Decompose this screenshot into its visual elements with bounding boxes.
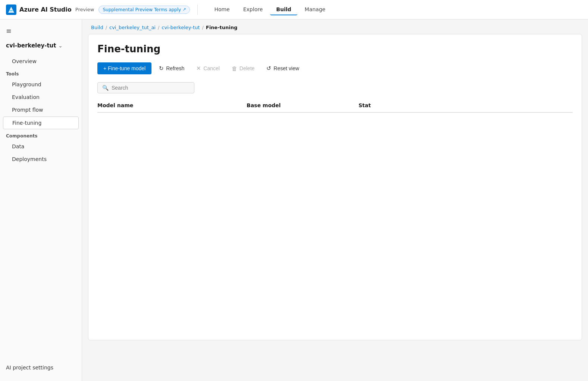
search-input[interactable] xyxy=(112,85,190,91)
sidebar-item-fine-tuning[interactable]: Fine-tuning xyxy=(3,117,79,129)
content-card: Fine-tuning + Fine-tune model ↻ Refresh … xyxy=(88,34,582,340)
breadcrumb-project[interactable]: cvi-berkeley-tut xyxy=(162,25,200,30)
breadcrumb: Build / cvi_berkeley_tut_ai / cvi-berkel… xyxy=(82,19,588,34)
cancel-icon: ✕ xyxy=(196,65,201,72)
refresh-button[interactable]: ↻ Refresh xyxy=(154,62,189,75)
reset-view-button[interactable]: ↺ Reset view xyxy=(262,62,303,75)
sidebar-item-prompt-flow[interactable]: Prompt flow xyxy=(3,104,79,116)
delete-button[interactable]: 🗑 Delete xyxy=(227,62,259,75)
sidebar-overview-label: Overview xyxy=(12,58,37,64)
fine-tune-model-button[interactable]: + Fine-tune model xyxy=(97,62,151,74)
brand-preview: Preview xyxy=(75,7,94,12)
sidebar-item-data[interactable]: Data xyxy=(3,140,79,152)
fine-tune-label: + Fine-tune model xyxy=(103,65,146,71)
brand-name: Azure AI Studio xyxy=(19,6,72,13)
sidebar-item-overview[interactable]: Overview xyxy=(3,55,79,67)
breadcrumb-workspace[interactable]: cvi_berkeley_tut_ai xyxy=(109,25,156,30)
sidebar-bottom: AI project settings xyxy=(0,356,82,377)
fine-tuning-label: Fine-tuning xyxy=(12,120,41,126)
nav-divider xyxy=(197,4,198,15)
svg-rect-2 xyxy=(10,10,13,11)
refresh-icon: ↻ xyxy=(159,65,164,72)
main-layout: ≡ cvi-berkeley-tut ⌄ Overview Tools Play… xyxy=(0,19,588,381)
fine-tuning-table: Model name Base model Stat xyxy=(97,99,573,113)
cancel-label: Cancel xyxy=(203,65,220,71)
data-label: Data xyxy=(12,143,24,149)
project-chevron-icon: ⌄ xyxy=(58,43,62,49)
breadcrumb-current: Fine-tuning xyxy=(206,25,238,30)
evaluation-label: Evaluation xyxy=(12,94,40,100)
page-title: Fine-tuning xyxy=(97,43,573,55)
preview-terms-link[interactable]: Supplemental Preview Terms apply ↗ xyxy=(98,6,190,14)
nav-explore[interactable]: Explore xyxy=(237,4,269,15)
tools-section-label: Tools xyxy=(0,68,82,78)
sidebar-item-evaluation[interactable]: Evaluation xyxy=(3,91,79,103)
preview-terms-label: Supplemental Preview Terms apply xyxy=(103,7,181,12)
reset-view-icon: ↺ xyxy=(266,65,271,72)
components-section-label: Components xyxy=(0,130,82,140)
cancel-button[interactable]: ✕ Cancel xyxy=(192,62,224,75)
breadcrumb-sep-3: / xyxy=(202,25,203,30)
main-content: Build / cvi_berkeley_tut_ai / cvi-berkel… xyxy=(82,19,588,381)
breadcrumb-build[interactable]: Build xyxy=(91,25,103,30)
project-name: cvi-berkeley-tut xyxy=(6,42,56,49)
search-icon: 🔍 xyxy=(102,85,109,91)
hamburger-button[interactable]: ≡ xyxy=(0,24,82,39)
nav-build[interactable]: Build xyxy=(270,4,297,15)
nav-home[interactable]: Home xyxy=(208,4,235,15)
prompt-flow-label: Prompt flow xyxy=(12,107,43,113)
breadcrumb-sep-2: / xyxy=(158,25,159,30)
table-header: Model name Base model Stat xyxy=(97,99,573,113)
hamburger-icon: ≡ xyxy=(6,27,12,35)
column-base-model: Base model xyxy=(247,102,359,108)
delete-label: Delete xyxy=(240,65,254,71)
deployments-label: Deployments xyxy=(12,156,47,162)
sidebar: ≡ cvi-berkeley-tut ⌄ Overview Tools Play… xyxy=(0,19,82,381)
sidebar-item-playground[interactable]: Playground xyxy=(3,78,79,90)
delete-icon: 🗑 xyxy=(232,65,237,72)
refresh-label: Refresh xyxy=(166,65,184,71)
brand-logo: Azure AI Studio Preview xyxy=(6,4,94,15)
top-navigation: Azure AI Studio Preview Supplemental Pre… xyxy=(0,0,588,19)
reset-view-label: Reset view xyxy=(273,65,299,71)
sidebar-item-deployments[interactable]: Deployments xyxy=(3,153,79,165)
column-status: Stat xyxy=(359,102,371,108)
nav-links: Home Explore Build Manage xyxy=(208,4,331,15)
search-container: 🔍 xyxy=(97,82,194,93)
azure-ai-icon xyxy=(6,4,16,15)
external-link-icon: ↗ xyxy=(182,7,186,12)
nav-manage[interactable]: Manage xyxy=(299,4,332,15)
settings-label: AI project settings xyxy=(6,365,53,371)
column-model-name: Model name xyxy=(97,102,247,108)
toolbar: + Fine-tune model ↻ Refresh ✕ Cancel 🗑 D… xyxy=(97,62,573,75)
playground-label: Playground xyxy=(12,81,41,87)
project-selector[interactable]: cvi-berkeley-tut ⌄ xyxy=(0,39,82,55)
ai-project-settings-link[interactable]: AI project settings xyxy=(6,362,76,374)
breadcrumb-sep-1: / xyxy=(106,25,107,30)
